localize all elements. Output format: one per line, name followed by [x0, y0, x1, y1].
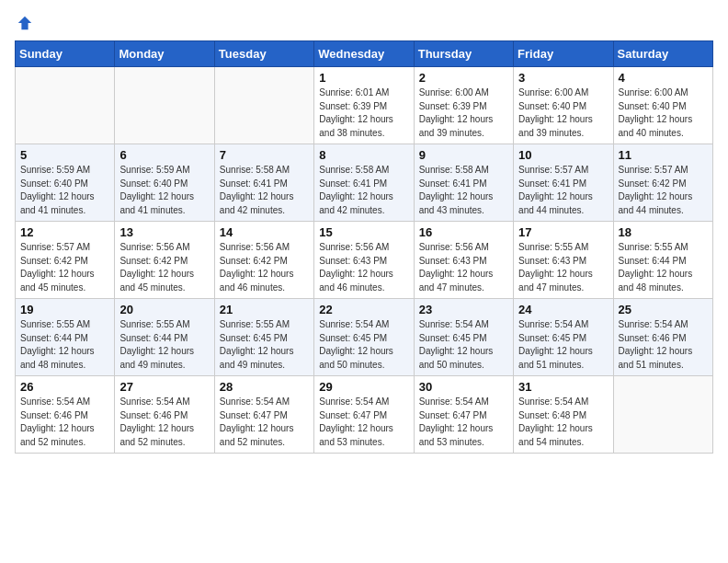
weekday-header-friday: Friday	[514, 41, 613, 67]
day-info: Sunrise: 5:54 AM Sunset: 6:45 PM Dayligh…	[419, 318, 508, 372]
calendar-cell: 28Sunrise: 5:54 AM Sunset: 6:47 PM Dayli…	[214, 376, 313, 454]
day-number: 3	[518, 71, 608, 85]
weekday-header-tuesday: Tuesday	[214, 41, 313, 67]
day-info: Sunrise: 5:55 AM Sunset: 6:44 PM Dayligh…	[20, 318, 109, 372]
calendar-cell: 30Sunrise: 5:54 AM Sunset: 6:47 PM Dayli…	[414, 376, 513, 454]
weekday-header-thursday: Thursday	[414, 41, 513, 67]
day-number: 8	[319, 148, 408, 162]
day-number: 18	[619, 225, 708, 239]
calendar-cell: 16Sunrise: 5:56 AM Sunset: 6:43 PM Dayli…	[414, 222, 513, 299]
calendar-cell: 10Sunrise: 5:57 AM Sunset: 6:41 PM Dayli…	[514, 144, 613, 222]
calendar-body: 1Sunrise: 6:01 AM Sunset: 6:39 PM Daylig…	[16, 67, 713, 454]
day-info: Sunrise: 5:56 AM Sunset: 6:43 PM Dayligh…	[319, 241, 408, 294]
calendar-cell: 26Sunrise: 5:54 AM Sunset: 6:46 PM Dayli…	[16, 376, 115, 454]
day-info: Sunrise: 6:00 AM Sunset: 6:40 PM Dayligh…	[518, 86, 608, 140]
week-row-2: 5Sunrise: 5:59 AM Sunset: 6:40 PM Daylig…	[16, 144, 713, 222]
week-row-5: 26Sunrise: 5:54 AM Sunset: 6:46 PM Dayli…	[16, 376, 713, 454]
day-info: Sunrise: 5:54 AM Sunset: 6:47 PM Dayligh…	[220, 396, 309, 449]
day-number: 19	[20, 303, 109, 316]
day-info: Sunrise: 5:56 AM Sunset: 6:42 PM Dayligh…	[220, 241, 309, 294]
calendar-cell: 20Sunrise: 5:55 AM Sunset: 6:44 PM Dayli…	[115, 299, 214, 376]
day-number: 11	[619, 148, 708, 162]
calendar-table: SundayMondayTuesdayWednesdayThursdayFrid…	[15, 40, 713, 454]
calendar-cell: 12Sunrise: 5:57 AM Sunset: 6:42 PM Dayli…	[16, 222, 115, 299]
day-number: 17	[518, 225, 608, 239]
calendar-cell: 22Sunrise: 5:54 AM Sunset: 6:45 PM Dayli…	[314, 299, 414, 376]
day-info: Sunrise: 5:59 AM Sunset: 6:40 PM Dayligh…	[20, 164, 109, 217]
day-info: Sunrise: 5:55 AM Sunset: 6:44 PM Dayligh…	[619, 241, 708, 294]
day-number: 29	[319, 380, 408, 394]
day-number: 23	[419, 303, 508, 316]
day-number: 22	[319, 303, 408, 316]
calendar-cell: 18Sunrise: 5:55 AM Sunset: 6:44 PM Dayli…	[613, 222, 712, 299]
calendar-header: SundayMondayTuesdayWednesdayThursdayFrid…	[16, 41, 713, 67]
day-info: Sunrise: 5:54 AM Sunset: 6:46 PM Dayligh…	[20, 396, 109, 449]
day-number: 20	[119, 303, 209, 316]
calendar-cell: 15Sunrise: 5:56 AM Sunset: 6:43 PM Dayli…	[314, 222, 414, 299]
day-number: 9	[419, 148, 508, 162]
weekday-header-sunday: Sunday	[16, 41, 115, 67]
day-number: 21	[220, 303, 309, 316]
day-info: Sunrise: 5:55 AM Sunset: 6:44 PM Dayligh…	[119, 318, 209, 372]
calendar-cell: 25Sunrise: 5:54 AM Sunset: 6:46 PM Dayli…	[613, 299, 712, 376]
day-info: Sunrise: 5:54 AM Sunset: 6:47 PM Dayligh…	[319, 396, 408, 449]
calendar-cell: 17Sunrise: 5:55 AM Sunset: 6:43 PM Dayli…	[514, 222, 613, 299]
calendar-cell: 21Sunrise: 5:55 AM Sunset: 6:45 PM Dayli…	[214, 299, 313, 376]
calendar-cell: 14Sunrise: 5:56 AM Sunset: 6:42 PM Dayli…	[214, 222, 313, 299]
day-number: 30	[419, 380, 508, 394]
logo-icon	[17, 15, 33, 31]
day-number: 2	[419, 71, 508, 85]
day-info: Sunrise: 5:56 AM Sunset: 6:43 PM Dayligh…	[419, 241, 508, 294]
day-number: 1	[319, 71, 408, 85]
day-info: Sunrise: 5:58 AM Sunset: 6:41 PM Dayligh…	[319, 164, 408, 217]
calendar-cell: 6Sunrise: 5:59 AM Sunset: 6:40 PM Daylig…	[115, 144, 214, 222]
calendar-cell	[214, 67, 313, 144]
day-number: 27	[119, 380, 209, 394]
day-number: 12	[20, 225, 109, 239]
day-info: Sunrise: 5:58 AM Sunset: 6:41 PM Dayligh…	[419, 164, 508, 217]
day-info: Sunrise: 5:56 AM Sunset: 6:42 PM Dayligh…	[119, 241, 209, 294]
day-info: Sunrise: 5:54 AM Sunset: 6:46 PM Dayligh…	[119, 396, 209, 449]
day-number: 15	[319, 225, 408, 239]
day-number: 5	[20, 148, 109, 162]
day-info: Sunrise: 5:54 AM Sunset: 6:46 PM Dayligh…	[619, 318, 708, 372]
day-info: Sunrise: 6:00 AM Sunset: 6:40 PM Dayligh…	[619, 86, 708, 140]
calendar-cell: 24Sunrise: 5:54 AM Sunset: 6:45 PM Dayli…	[514, 299, 613, 376]
day-info: Sunrise: 6:01 AM Sunset: 6:39 PM Dayligh…	[319, 86, 408, 140]
day-number: 7	[220, 148, 309, 162]
day-info: Sunrise: 5:54 AM Sunset: 6:48 PM Dayligh…	[518, 396, 608, 449]
day-number: 4	[619, 71, 708, 85]
logo	[15, 15, 33, 31]
calendar-cell: 3Sunrise: 6:00 AM Sunset: 6:40 PM Daylig…	[514, 67, 613, 144]
weekday-header-wednesday: Wednesday	[314, 41, 414, 67]
day-number: 16	[419, 225, 508, 239]
day-info: Sunrise: 5:55 AM Sunset: 6:43 PM Dayligh…	[518, 241, 608, 294]
calendar-cell	[115, 67, 214, 144]
day-number: 13	[119, 225, 209, 239]
calendar-cell: 31Sunrise: 5:54 AM Sunset: 6:48 PM Dayli…	[514, 376, 613, 454]
calendar-cell: 4Sunrise: 6:00 AM Sunset: 6:40 PM Daylig…	[613, 67, 712, 144]
week-row-3: 12Sunrise: 5:57 AM Sunset: 6:42 PM Dayli…	[16, 222, 713, 299]
day-number: 6	[119, 148, 209, 162]
day-info: Sunrise: 5:54 AM Sunset: 6:47 PM Dayligh…	[419, 396, 508, 449]
weekday-header-row: SundayMondayTuesdayWednesdayThursdayFrid…	[16, 41, 713, 67]
day-number: 10	[518, 148, 608, 162]
calendar-cell: 9Sunrise: 5:58 AM Sunset: 6:41 PM Daylig…	[414, 144, 513, 222]
calendar-cell	[16, 67, 115, 144]
day-info: Sunrise: 5:57 AM Sunset: 6:42 PM Dayligh…	[619, 164, 708, 217]
calendar-cell: 27Sunrise: 5:54 AM Sunset: 6:46 PM Dayli…	[115, 376, 214, 454]
calendar-cell	[613, 376, 712, 454]
calendar-cell: 19Sunrise: 5:55 AM Sunset: 6:44 PM Dayli…	[16, 299, 115, 376]
weekday-header-saturday: Saturday	[613, 41, 712, 67]
calendar-cell: 29Sunrise: 5:54 AM Sunset: 6:47 PM Dayli…	[314, 376, 414, 454]
day-info: Sunrise: 6:00 AM Sunset: 6:39 PM Dayligh…	[419, 86, 508, 140]
day-info: Sunrise: 5:58 AM Sunset: 6:41 PM Dayligh…	[220, 164, 309, 217]
day-number: 31	[518, 380, 608, 394]
calendar-cell: 13Sunrise: 5:56 AM Sunset: 6:42 PM Dayli…	[115, 222, 214, 299]
day-number: 14	[220, 225, 309, 239]
calendar-cell: 2Sunrise: 6:00 AM Sunset: 6:39 PM Daylig…	[414, 67, 513, 144]
svg-marker-0	[18, 17, 31, 29]
week-row-1: 1Sunrise: 6:01 AM Sunset: 6:39 PM Daylig…	[16, 67, 713, 144]
day-number: 28	[220, 380, 309, 394]
day-info: Sunrise: 5:59 AM Sunset: 6:40 PM Dayligh…	[119, 164, 209, 217]
